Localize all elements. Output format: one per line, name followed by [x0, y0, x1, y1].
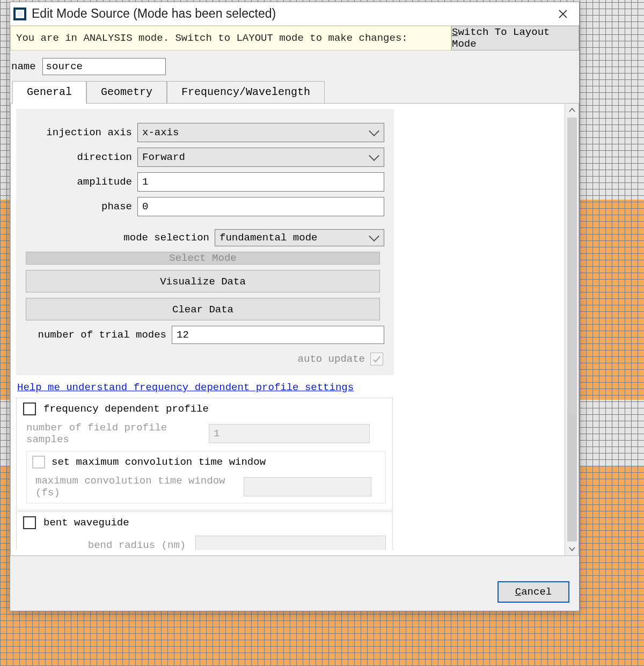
bent-waveguide-group: bent waveguide bend radius (nm) bend ori… [16, 511, 393, 550]
tab-content: injection axis x-axis direction Forward [16, 109, 562, 550]
direction-select[interactable]: Forward [137, 148, 384, 167]
mode-selection-label: mode selection [26, 232, 215, 244]
set-max-convolution-window-checkbox [32, 456, 45, 469]
help-link[interactable]: Help me understand frequency dependent p… [17, 382, 354, 393]
mode-selection-select[interactable]: fundamental mode [215, 229, 384, 246]
frequency-dependent-profile-checkbox[interactable] [23, 402, 36, 415]
app-icon [13, 8, 26, 20]
set-max-convolution-window-label: set maximum convolution time window [52, 456, 266, 468]
direction-label: direction [26, 151, 137, 163]
field-profile-samples-input [209, 424, 370, 443]
phase-label: phase [26, 201, 137, 213]
scroll-up-icon[interactable] [565, 104, 579, 116]
titlebar: Edit Mode Source (Mode has been selected… [10, 2, 579, 26]
name-input[interactable] [42, 58, 166, 75]
vertical-scrollbar[interactable] [565, 104, 579, 555]
auto-update-checkbox [370, 353, 383, 365]
max-convolution-window-label: maximum convolution time window (fs) [35, 475, 239, 499]
select-mode-button: Select Mode [26, 252, 380, 265]
scroll-down-icon[interactable] [565, 543, 579, 555]
phase-input[interactable] [137, 197, 384, 216]
trial-modes-label: number of trial modes [26, 329, 172, 341]
amplitude-input[interactable] [137, 172, 384, 192]
field-profile-samples-label: number of field profile samples [26, 422, 204, 445]
banner-message: You are in ANALYSIS mode. Switch to LAYO… [10, 26, 451, 50]
dialog-footer: Cancel [10, 573, 579, 611]
close-icon[interactable] [551, 5, 575, 23]
tab-frequency-wavelength[interactable]: Frequency/Wavelength [167, 81, 325, 104]
edit-mode-source-dialog: Edit Mode Source (Mode has been selected… [10, 2, 580, 611]
bent-waveguide-checkbox[interactable] [23, 516, 36, 529]
frequency-dependent-profile-label: frequency dependent profile [43, 403, 209, 415]
name-label: name [11, 61, 36, 72]
bent-waveguide-label: bent waveguide [43, 517, 129, 529]
name-row: name [10, 50, 579, 80]
bend-radius-input [195, 536, 386, 550]
cancel-button[interactable]: Cancel [497, 581, 569, 603]
analysis-mode-banner: You are in ANALYSIS mode. Switch to LAYO… [10, 26, 579, 50]
amplitude-label: amplitude [26, 176, 137, 188]
max-convolution-window-group: set maximum convolution time window maxi… [26, 451, 386, 503]
window-title: Edit Mode Source (Mode has been selected… [32, 6, 551, 21]
switch-to-layout-button[interactable]: Switch To Layout Mode [451, 26, 579, 50]
scroll-thumb[interactable] [567, 118, 577, 541]
tab-geometry[interactable]: Geometry [86, 81, 167, 104]
source-settings-group: injection axis x-axis direction Forward [16, 109, 394, 375]
visualize-data-button[interactable]: Visualize Data [26, 270, 380, 292]
tab-bar: General Geometry Frequency/Wavelength [10, 80, 579, 103]
max-convolution-window-input [244, 477, 371, 496]
tab-page-general: injection axis x-axis direction Forward [10, 103, 579, 556]
bend-radius-label: bend radius (nm) [26, 539, 191, 550]
frequency-dependent-profile-group: frequency dependent profile number of fi… [16, 398, 393, 510]
auto-update-label: auto update [298, 353, 365, 365]
trial-modes-input[interactable] [172, 326, 384, 344]
tab-general[interactable]: General [12, 81, 86, 104]
injection-axis-select[interactable]: x-axis [137, 123, 384, 142]
clear-data-button[interactable]: Clear Data [26, 298, 380, 320]
injection-axis-label: injection axis [26, 127, 137, 138]
